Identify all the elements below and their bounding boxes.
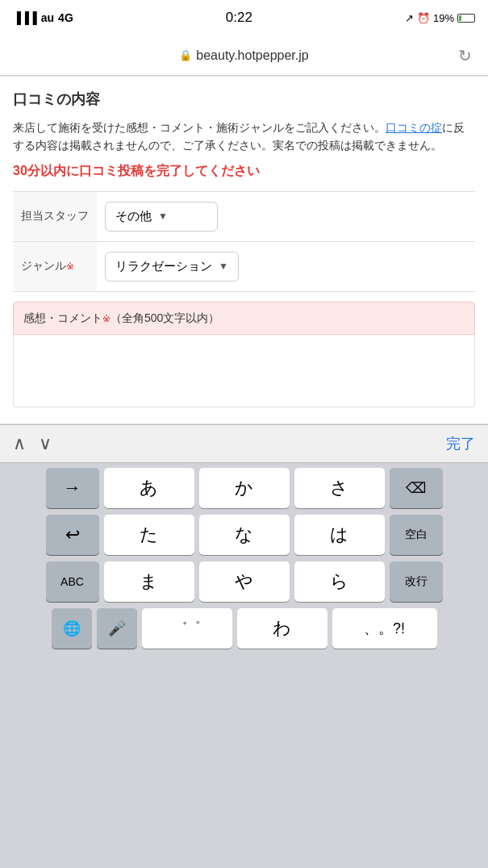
key-ka[interactable]: か xyxy=(199,468,290,508)
form-table: 担当スタッフ その他 ▼ ジャンル※ リラクゼーション ▼ xyxy=(13,191,475,292)
genre-cell: リラクゼーション ▼ xyxy=(97,241,475,291)
review-form-card: 口コミの内容 来店して施術を受けた感想・コメント・施術ジャンルをご記入ください。… xyxy=(0,76,488,424)
page-content: 口コミの内容 来店して施術を受けた感想・コメント・施術ジャンルをご記入ください。… xyxy=(0,76,488,424)
policy-link[interactable]: 口コミの掟 xyxy=(386,121,442,134)
url-label: beauty.hotpepper.jp xyxy=(196,48,308,63)
reload-button[interactable]: ↻ xyxy=(458,46,472,65)
network-label: 4G xyxy=(58,11,73,24)
address-bar[interactable]: 🔒 beauty.hotpepper.jp ↻ xyxy=(0,35,488,76)
status-left: ▐▐▐ au 4G xyxy=(13,11,73,24)
key-a[interactable]: あ xyxy=(104,468,194,508)
battery-fill xyxy=(459,15,461,21)
genre-label: ジャンル※ xyxy=(13,241,97,291)
description-text1: 来店して施術を受けた感想・コメント・施術ジャンルをご記入ください。 xyxy=(13,121,386,134)
comment-label: 感想・コメント※（全角500文字以内） xyxy=(23,311,219,324)
key-punctuation[interactable]: 、。?! xyxy=(332,608,437,649)
key-ta[interactable]: た xyxy=(104,515,194,555)
genre-value: リラクゼーション xyxy=(115,259,212,274)
staff-label: 担当スタッフ xyxy=(13,191,97,241)
comment-header: 感想・コメント※（全角500文字以内） xyxy=(13,302,475,335)
key-ya[interactable]: や xyxy=(199,561,290,602)
keyboard-row-1: → あ か さ ⌫ xyxy=(2,468,486,508)
warning-text: 30分以内に口コミ投稿を完了してください xyxy=(13,163,475,180)
lock-icon: 🔒 xyxy=(179,49,192,61)
key-return[interactable]: 改行 xyxy=(390,561,443,602)
key-dakuten[interactable]: ゛゜ xyxy=(142,608,232,649)
key-abc[interactable]: ABC xyxy=(46,561,99,602)
key-delete[interactable]: ⌫ xyxy=(390,468,443,508)
staff-cell: その他 ▼ xyxy=(97,191,475,241)
keyboard-row-4: 🌐 🎤 ゛゜ わ 、。?! xyxy=(2,608,486,649)
status-right: ↗ ⏰ 19% xyxy=(405,12,475,24)
genre-required: ※ xyxy=(66,261,74,272)
comment-textarea[interactable] xyxy=(13,335,475,407)
staff-value: その他 xyxy=(115,209,152,224)
key-globe[interactable]: 🌐 xyxy=(52,608,92,649)
key-wa[interactable]: わ xyxy=(237,608,327,649)
alarm-icon: ⏰ xyxy=(417,12,430,24)
card-title: 口コミの内容 xyxy=(13,90,475,109)
key-ma[interactable]: ま xyxy=(104,561,194,602)
description: 来店して施術を受けた感想・コメント・施術ジャンルをご記入ください。口コミの掟に反… xyxy=(13,119,475,155)
genre-row: ジャンル※ リラクゼーション ▼ xyxy=(13,241,475,291)
key-tab[interactable]: → xyxy=(46,468,99,508)
keyboard-row-2: ↩ た な は 空白 xyxy=(2,515,486,555)
nav-up-button[interactable]: ∧ xyxy=(13,433,26,454)
key-microphone[interactable]: 🎤 xyxy=(97,608,137,649)
signal-icon: ▐▐▐ xyxy=(13,11,37,24)
nav-down-button[interactable]: ∨ xyxy=(39,433,52,454)
staff-row: 担当スタッフ その他 ▼ xyxy=(13,191,475,241)
carrier-label: au xyxy=(41,11,54,24)
location-icon: ↗ xyxy=(405,12,414,24)
battery-icon xyxy=(457,14,475,23)
genre-select[interactable]: リラクゼーション ▼ xyxy=(105,252,239,282)
key-ha[interactable]: は xyxy=(294,515,385,555)
staff-arrow-icon: ▼ xyxy=(158,211,168,222)
key-na[interactable]: な xyxy=(199,515,290,555)
key-ra[interactable]: ら xyxy=(294,561,385,602)
address-text: 🔒 beauty.hotpepper.jp xyxy=(179,48,308,63)
nav-buttons: ∧ ∨ xyxy=(13,433,52,454)
comment-required: ※ xyxy=(102,313,111,324)
staff-select[interactable]: その他 ▼ xyxy=(105,202,218,232)
keyboard-row-3: ABC ま や ら 改行 xyxy=(2,561,486,602)
key-undo[interactable]: ↩ xyxy=(46,515,99,555)
genre-arrow-icon: ▼ xyxy=(219,261,228,272)
key-sa[interactable]: さ xyxy=(294,468,385,508)
keyboard: → あ か さ ⌫ ↩ た な は 空白 xyxy=(0,463,488,660)
status-bar: ▐▐▐ au 4G 0:22 ↗ ⏰ 19% xyxy=(0,0,488,35)
key-space[interactable]: 空白 xyxy=(390,515,443,555)
input-toolbar: ∧ ∨ 完了 xyxy=(0,424,488,463)
battery-percent: 19% xyxy=(433,12,454,24)
time-label: 0:22 xyxy=(226,10,252,26)
done-button[interactable]: 完了 xyxy=(446,434,475,453)
